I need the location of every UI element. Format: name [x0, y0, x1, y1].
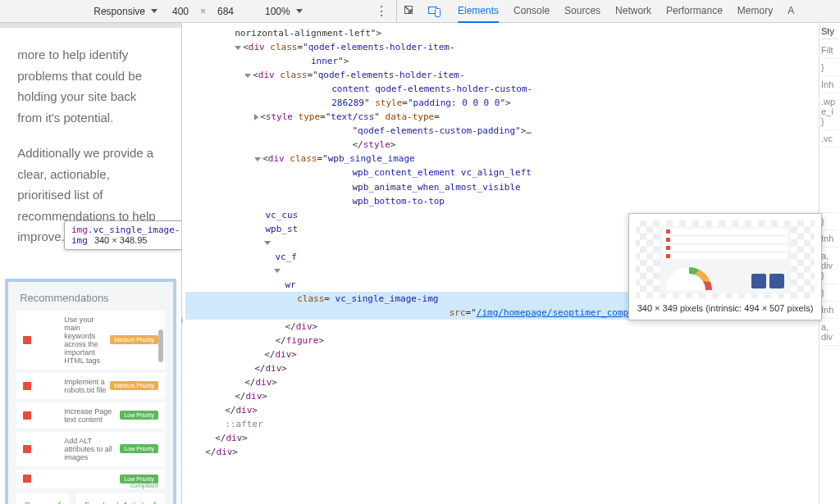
tab-sources[interactable]: Sources: [564, 0, 600, 23]
tab-memory[interactable]: Memory: [737, 0, 773, 23]
check-icon: ✓: [148, 498, 158, 505]
device-toolbar: Responsive 400 × 684 100% ⋮: [0, 6, 396, 17]
height-input[interactable]: 684: [211, 6, 240, 17]
device-selector[interactable]: Responsive: [94, 6, 158, 17]
chevron-down-icon: [151, 9, 158, 13]
reco-heading: Recommendations: [20, 292, 165, 304]
page-paragraph: more to help identify problems that coul…: [17, 44, 164, 128]
element-tooltip: img.vc_single_image-img340 × 348.95: [64, 220, 181, 250]
devtools-tabbar: Elements Console Sources Network Perform…: [396, 0, 840, 23]
scrollbar[interactable]: [142, 326, 181, 366]
device-mode-icon[interactable]: [428, 5, 441, 18]
panel-tabs: Elements Console Sources Network Perform…: [458, 0, 794, 23]
tab-network[interactable]: Network: [615, 0, 651, 23]
elements-panel: ⋯ norizontal-alignment-left"> <div class…: [181, 23, 840, 504]
pane-resize-handle[interactable]: ⋯: [178, 318, 187, 322]
dimension-x: ×: [200, 6, 206, 17]
svg-rect-2: [436, 8, 441, 16]
tab-performance[interactable]: Performance: [666, 0, 723, 23]
image-hover-preview: 340 × 349 pixels (intrinsic: 494 × 507 p…: [628, 213, 822, 320]
chevron-down-icon: [296, 9, 303, 13]
reco-row: Increase Page text contentLow Priority: [16, 402, 165, 429]
more-options-icon[interactable]: ⋮: [375, 3, 388, 19]
facebook-card: ✓ compliant Facebook Activity You have a…: [76, 493, 165, 505]
tab-console[interactable]: Console: [514, 0, 550, 23]
width-input[interactable]: 400: [166, 6, 195, 17]
tab-more[interactable]: A: [788, 0, 794, 23]
reco-row: Add ALT attributes to all imagesLow Prio…: [16, 432, 165, 466]
device-viewport: more to help identify problems that coul…: [0, 23, 181, 504]
check-icon: ✓: [53, 498, 63, 505]
inspected-image[interactable]: Recommendations Use your main keywords a…: [5, 279, 176, 505]
speed-card: ✓ Page Speed Info Your page's server res…: [16, 493, 70, 505]
reco-row: Implement a robots.txt fileMedium Priori…: [16, 373, 165, 399]
tab-elements[interactable]: Elements: [458, 0, 499, 23]
rendered-page[interactable]: more to help identify problems that coul…: [0, 28, 181, 504]
inspect-icon[interactable]: [404, 5, 417, 18]
devtools-toolbar: Responsive 400 × 684 100% ⋮ Elements Con…: [0, 0, 840, 23]
zoom-selector[interactable]: 100%: [265, 6, 303, 17]
